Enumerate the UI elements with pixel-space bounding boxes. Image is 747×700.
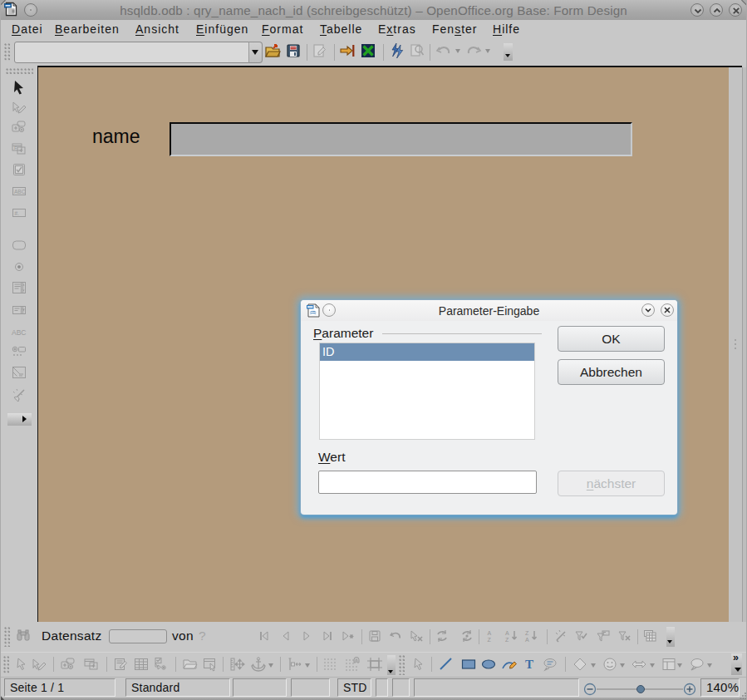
svg-text:#.: #. (15, 210, 20, 216)
svg-text:Z: Z (525, 630, 529, 636)
svg-text:Z: Z (488, 637, 492, 643)
svg-text:ABC: ABC (12, 328, 26, 337)
svg-text:A: A (505, 630, 509, 636)
svg-text:F: F (14, 145, 17, 150)
svg-text:A: A (525, 637, 529, 643)
svg-text:T: T (525, 658, 533, 671)
svg-text:A: A (488, 630, 492, 636)
svg-text:Z: Z (505, 637, 509, 643)
svg-text:ABC: ABC (14, 189, 26, 195)
